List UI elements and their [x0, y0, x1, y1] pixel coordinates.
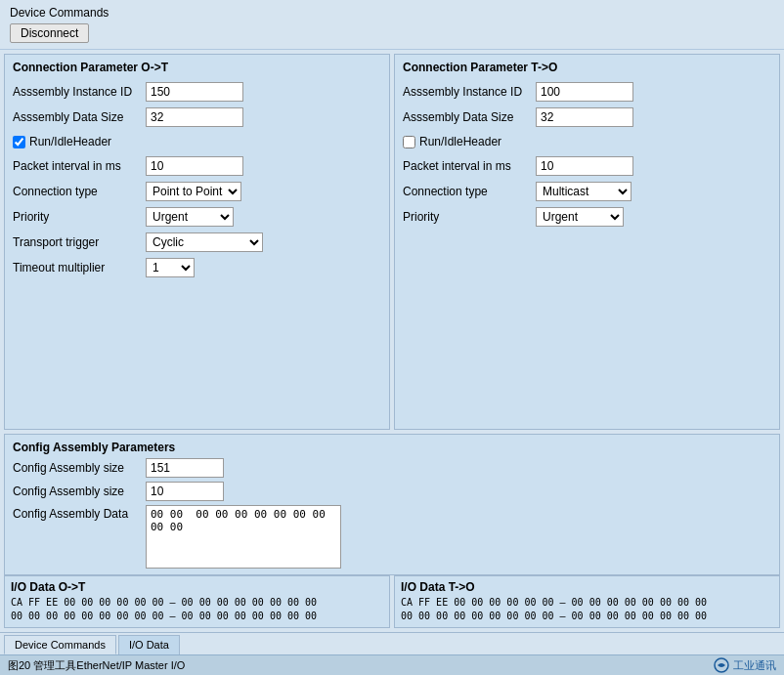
to-priority-label: Priority	[403, 210, 530, 224]
config-size1-label: Config Assembly size	[13, 461, 140, 475]
to-run-idle-checkbox[interactable]	[403, 136, 415, 148]
config-data-textarea[interactable]: 00 00 00 00 00 00 00 00 00 00 00	[146, 505, 341, 569]
config-assembly-panel: Config Assembly Parameters Config Assemb…	[4, 434, 780, 575]
panel-ot: Connection Parameter O->T Asssembly Inst…	[4, 54, 390, 430]
io-data-ot-title: I/O Data O->T	[11, 580, 383, 594]
panel-ot-title: Connection Parameter O->T	[13, 61, 381, 74]
logo-icon	[714, 657, 729, 673]
ot-assembly-data-size-input[interactable]	[146, 107, 243, 127]
footer-bar: 图20 管理工具EtherNet/IP Master I/O 工业通讯	[0, 654, 784, 675]
logo-text: 工业通讯	[733, 658, 776, 673]
io-data-to-panel: I/O Data T->O CA FF EE 00 00 00 00 00 00…	[394, 575, 780, 628]
to-assembly-instance-label: Asssembly Instance ID	[403, 85, 530, 99]
ot-packet-interval-row: Packet interval in ms	[13, 156, 381, 176]
panel-to: Connection Parameter T->O Asssembly Inst…	[394, 54, 780, 430]
ot-transport-trigger-row: Transport trigger Cyclic Change of State…	[13, 232, 381, 252]
io-data-row: I/O Data O->T CA FF EE 00 00 00 00 00 00…	[0, 575, 784, 632]
io-data-ot-line1: CA FF EE 00 00 00 00 00 00 – 00 00 00 00…	[11, 596, 383, 610]
ot-assembly-instance-row: Asssembly Instance ID	[13, 82, 381, 102]
ot-assembly-instance-label: Asssembly Instance ID	[13, 85, 140, 99]
to-assembly-instance-row: Asssembly Instance ID	[403, 82, 771, 102]
ot-assembly-data-size-row: Asssembly Data Size	[13, 107, 381, 127]
to-connection-type-label: Connection type	[403, 185, 530, 198]
ot-connection-type-select[interactable]: Point to Point Multicast	[146, 182, 241, 201]
to-connection-type-row: Connection type Point to Point Multicast	[403, 182, 771, 201]
ot-connection-type-row: Connection type Point to Point Multicast	[13, 182, 381, 201]
ot-priority-row: Priority Urgent Scheduled High Low	[13, 207, 381, 227]
config-size1-input[interactable]	[146, 458, 224, 478]
to-assembly-data-size-input[interactable]	[536, 107, 633, 127]
to-assembly-data-size-row: Asssembly Data Size	[403, 107, 771, 127]
footer-logo: 工业通讯	[714, 657, 776, 673]
to-priority-row: Priority Urgent Scheduled High Low	[403, 207, 771, 227]
to-packet-interval-label: Packet interval in ms	[403, 159, 530, 173]
io-data-ot-panel: I/O Data O->T CA FF EE 00 00 00 00 00 00…	[4, 575, 390, 628]
ot-priority-label: Priority	[13, 210, 140, 224]
ot-connection-type-label: Connection type	[13, 185, 140, 198]
footer-text: 图20 管理工具EtherNet/IP Master I/O	[8, 658, 185, 673]
tab-io-data[interactable]: I/O Data	[118, 635, 180, 654]
ot-transport-trigger-select[interactable]: Cyclic Change of State Application	[146, 232, 263, 252]
io-data-to-line1: CA FF EE 00 00 00 00 00 00 – 00 00 00 00…	[401, 596, 773, 610]
ot-timeout-multiplier-label: Timeout multiplier	[13, 261, 140, 274]
io-data-to-title: I/O Data T->O	[401, 580, 773, 594]
io-data-ot-line2: 00 00 00 00 00 00 00 00 00 – 00 00 00 00…	[11, 610, 383, 623]
to-run-idle-label: Run/IdleHeader	[419, 135, 501, 148]
to-priority-select[interactable]: Urgent Scheduled High Low	[536, 207, 624, 227]
config-data-label: Config Assembly Data	[13, 505, 140, 521]
disconnect-button[interactable]: Disconnect	[10, 23, 89, 43]
panels-row: Connection Parameter O->T Asssembly Inst…	[0, 50, 784, 434]
config-data-row: Config Assembly Data 00 00 00 00 00 00 0…	[13, 505, 771, 569]
ot-timeout-multiplier-row: Timeout multiplier 1248	[13, 258, 381, 277]
ot-packet-interval-input[interactable]	[146, 156, 243, 176]
config-size2-input[interactable]	[146, 482, 224, 501]
io-data-to-line2: 00 00 00 00 00 00 00 00 00 – 00 00 00 00…	[401, 610, 773, 623]
ot-timeout-multiplier-select[interactable]: 1248	[146, 258, 195, 277]
ot-assembly-data-size-label: Asssembly Data Size	[13, 110, 140, 124]
config-size1-row: Config Assembly size	[13, 458, 771, 478]
panel-to-title: Connection Parameter T->O	[403, 61, 771, 74]
to-packet-interval-row: Packet interval in ms	[403, 156, 771, 176]
bottom-tabs: Device Commands I/O Data	[0, 632, 784, 654]
to-connection-type-select[interactable]: Point to Point Multicast	[536, 182, 632, 201]
to-run-idle-row: Run/IdleHeader	[403, 135, 771, 148]
config-assembly-title: Config Assembly Parameters	[13, 441, 771, 454]
ot-run-idle-checkbox[interactable]	[13, 136, 25, 148]
device-commands-bar: Device Commands Disconnect	[0, 0, 784, 50]
ot-assembly-instance-input[interactable]	[146, 82, 243, 102]
ot-transport-trigger-label: Transport trigger	[13, 235, 140, 249]
to-assembly-data-size-label: Asssembly Data Size	[403, 110, 530, 124]
content-area: Connection Parameter O->T Asssembly Inst…	[0, 50, 784, 654]
ot-run-idle-label: Run/IdleHeader	[29, 135, 111, 148]
config-fields: Config Assembly size Config Assembly siz…	[13, 458, 771, 569]
ot-priority-select[interactable]: Urgent Scheduled High Low	[146, 207, 234, 227]
ot-packet-interval-label: Packet interval in ms	[13, 159, 140, 173]
config-size2-row: Config Assembly size	[13, 482, 771, 501]
main-container: Device Commands Disconnect Connection Pa…	[0, 0, 784, 675]
device-commands-label: Device Commands	[10, 6, 774, 20]
to-packet-interval-input[interactable]	[536, 156, 633, 176]
ot-run-idle-row: Run/IdleHeader	[13, 135, 381, 148]
to-assembly-instance-input[interactable]	[536, 82, 633, 102]
tab-device-commands[interactable]: Device Commands	[4, 635, 116, 654]
config-size2-label: Config Assembly size	[13, 485, 140, 498]
